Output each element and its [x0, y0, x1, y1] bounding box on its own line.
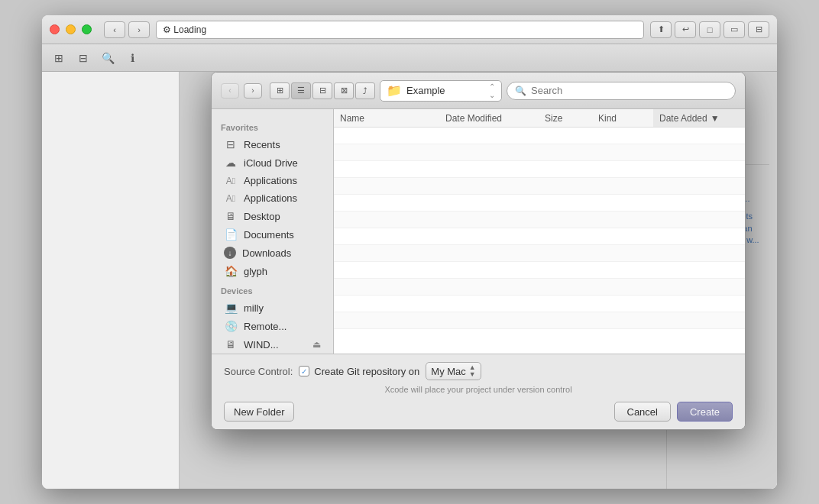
- browser-sidebar: [42, 72, 180, 489]
- checkbox-wrapper: ✓ Create Git repository on: [299, 366, 419, 377]
- git-checkbox[interactable]: ✓: [299, 366, 309, 376]
- view-button-1[interactable]: □: [699, 21, 720, 38]
- cover-flow-view-button[interactable]: ⊠: [334, 82, 354, 99]
- browser-toolbar2: ⊞ ⊟ 🔍 ℹ: [42, 44, 777, 72]
- col-size[interactable]: Size: [539, 113, 592, 124]
- documents-icon: 📄: [224, 228, 238, 241]
- list-view-button[interactable]: ☰: [291, 82, 311, 99]
- sidebar-item-wind[interactable]: 🖥 WIND... ⏏: [215, 335, 330, 354]
- sidebar-item-downloads[interactable]: ↓ Downloads: [215, 244, 330, 262]
- favorites-header: Favorites: [212, 117, 333, 135]
- remote-icon: 💿: [224, 320, 238, 332]
- icon-view-button[interactable]: ⊞: [270, 82, 290, 99]
- share-button[interactable]: ⬆: [650, 21, 672, 38]
- col-name[interactable]: Name: [334, 113, 439, 124]
- back-action-button[interactable]: ↩: [675, 21, 696, 38]
- sidebar-item-applications1[interactable]: A⃝ Applications: [215, 172, 330, 189]
- sidebar-item-milly[interactable]: 💻 milly: [215, 299, 330, 317]
- sidebar-item-glyph[interactable]: 🏠 glyph: [215, 262, 330, 280]
- browser-action-buttons: ⬆ ↩ □ ▭ ⊟: [650, 21, 769, 38]
- cancel-button[interactable]: Cancel: [614, 402, 671, 422]
- eject-button[interactable]: ⏏: [312, 339, 321, 350]
- close-button[interactable]: [50, 24, 60, 34]
- glyph-label: glyph: [244, 266, 267, 277]
- glyph-icon: 🏠: [224, 265, 238, 277]
- folder-selector[interactable]: 📁 Example ⌃⌄: [380, 80, 502, 102]
- table-row: [334, 228, 745, 245]
- sidebar-item-remote[interactable]: 💿 Remote...: [215, 317, 330, 335]
- browser-content: ⊙ ☰ ction intercepts mouse-sends an acti…: [42, 72, 777, 489]
- dialog-toolbar: ‹ › ⊞ ☰ ⊟ ⊠ ⤴ 📁 Example ⌃⌄: [212, 73, 745, 109]
- dropdown-arrows-icon: ▲ ▼: [469, 364, 476, 378]
- table-row: [334, 296, 745, 312]
- create-button[interactable]: Create: [677, 402, 733, 422]
- dialog-sidebar: Favorites ⊟ Recents ☁ iCloud Drive A⃝: [212, 109, 334, 354]
- dialog-buttons-row: New Folder Cancel Create: [224, 402, 733, 422]
- minimize-button[interactable]: [66, 24, 76, 34]
- save-dialog: ‹ › ⊞ ☰ ⊟ ⊠ ⤴ 📁 Example ⌃⌄: [211, 72, 746, 430]
- dialog-bottom-bar: Source Control: ✓ Create Git repository …: [212, 354, 745, 429]
- mac-dropdown[interactable]: My Mac ▲ ▼: [426, 362, 481, 380]
- file-rows: [334, 128, 745, 354]
- applications1-icon: A⃝: [224, 176, 238, 186]
- browser-forward-button[interactable]: ›: [128, 21, 150, 38]
- table-row: [334, 245, 745, 262]
- browser-titlebar: ‹ › ⚙ Loading ⬆ ↩ □ ▭ ⊟: [42, 15, 777, 44]
- search-input[interactable]: [531, 85, 727, 96]
- documents-label: Documents: [244, 229, 294, 241]
- tool-search-icon[interactable]: 🔍: [97, 49, 118, 67]
- source-control-hint: Xcode will place your project under vers…: [224, 385, 733, 394]
- dialog-back-button[interactable]: ‹: [221, 83, 239, 99]
- table-row: [334, 262, 745, 279]
- sidebar-item-applications2[interactable]: A⃝ Applications: [215, 189, 330, 207]
- sidebar-item-icloud[interactable]: ☁ iCloud Drive: [215, 153, 330, 172]
- table-row: [334, 178, 745, 195]
- url-loading-icon: ⚙: [163, 24, 171, 35]
- icloud-label: iCloud Drive: [244, 157, 298, 169]
- table-row: [334, 161, 745, 178]
- sidebar-item-desktop[interactable]: 🖥 Desktop: [215, 207, 330, 225]
- maximize-button[interactable]: [82, 24, 92, 34]
- table-row: [334, 279, 745, 296]
- checkbox-text: Create Git repository on: [314, 366, 419, 377]
- table-row: [334, 195, 745, 212]
- dialog-body: Favorites ⊟ Recents ☁ iCloud Drive A⃝: [212, 109, 745, 354]
- ok-cancel-buttons: Cancel Create: [614, 402, 733, 422]
- applications1-label: Applications: [244, 175, 297, 186]
- new-folder-button[interactable]: New Folder: [224, 402, 294, 422]
- col-date-added[interactable]: Date Added ▼: [653, 109, 745, 127]
- table-row: [334, 312, 745, 329]
- view-button-3[interactable]: ⊟: [748, 21, 769, 38]
- table-row: [334, 128, 745, 144]
- view-button-2[interactable]: ▭: [724, 21, 745, 38]
- devices-header: Devices: [212, 280, 333, 299]
- col-kind[interactable]: Kind: [592, 113, 653, 124]
- dialog-overlay: ‹ › ⊞ ☰ ⊟ ⊠ ⤴ 📁 Example ⌃⌄: [180, 72, 777, 489]
- browser-back-button[interactable]: ‹: [104, 21, 125, 38]
- table-row: [334, 212, 745, 228]
- folder-icon: 📁: [387, 83, 402, 98]
- browser-url-bar[interactable]: ⚙ Loading: [156, 21, 644, 39]
- sidebar-item-recents[interactable]: ⊟ Recents: [215, 135, 330, 153]
- dialog-forward-button[interactable]: ›: [244, 83, 262, 99]
- tool-info-icon[interactable]: ℹ: [121, 49, 143, 67]
- remote-label: Remote...: [244, 321, 286, 332]
- folder-chevron-icon: ⌃⌄: [489, 82, 495, 99]
- col-date-modified[interactable]: Date Modified: [439, 113, 539, 124]
- search-icon: 🔍: [515, 86, 526, 96]
- milly-label: milly: [244, 302, 264, 314]
- wind-icon: 🖥: [224, 338, 238, 351]
- sort-icon: ▼: [711, 113, 720, 124]
- sidebar-item-documents[interactable]: 📄 Documents: [215, 225, 330, 244]
- source-control-row: Source Control: ✓ Create Git repository …: [224, 362, 733, 380]
- share-view-button[interactable]: ⤴: [355, 82, 375, 99]
- icloud-icon: ☁: [224, 157, 238, 169]
- tool-grid-icon[interactable]: ⊟: [73, 49, 94, 67]
- column-view-button[interactable]: ⊟: [312, 82, 332, 99]
- applications2-icon: A⃝: [224, 193, 238, 204]
- wind-label: WIND...: [244, 339, 279, 351]
- search-box[interactable]: 🔍: [507, 82, 736, 100]
- source-control-label: Source Control:: [224, 366, 293, 377]
- tool-open-icon[interactable]: ⊞: [48, 49, 70, 67]
- downloads-icon: ↓: [224, 247, 236, 259]
